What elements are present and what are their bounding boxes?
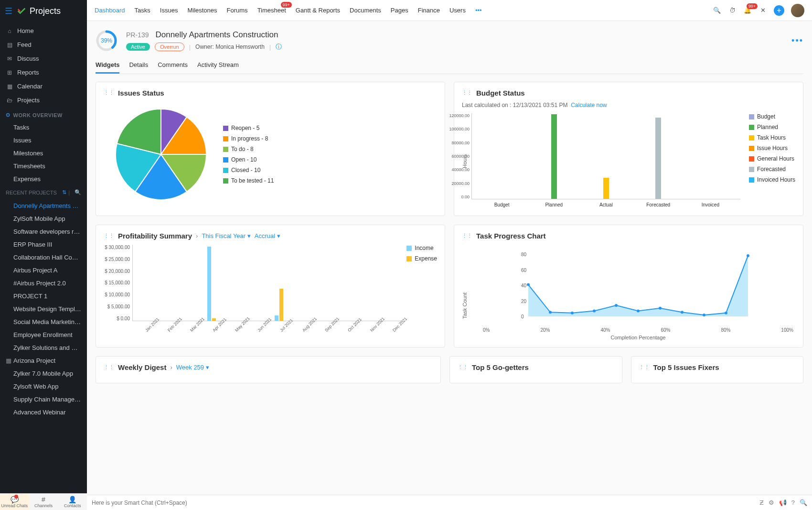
topnav-item[interactable]: Tasks bbox=[135, 5, 150, 16]
topnav-item[interactable]: Pages bbox=[391, 5, 408, 16]
nav-item[interactable]: ✉Discuss bbox=[0, 52, 87, 65]
search-icon[interactable]: 🔍 bbox=[713, 6, 721, 15]
nav-subitem[interactable]: Tasks bbox=[0, 121, 87, 134]
more-menu-icon[interactable]: ••• bbox=[475, 7, 482, 14]
svg-point-7 bbox=[637, 309, 640, 312]
chat-search-icon[interactable]: 🔍 bbox=[800, 499, 807, 506]
drag-handle-icon[interactable]: ⋮⋮ bbox=[104, 233, 114, 239]
nav-subitem[interactable]: Issues bbox=[0, 134, 87, 147]
subtab[interactable]: Details bbox=[129, 57, 148, 74]
subtab[interactable]: Widgets bbox=[96, 57, 119, 74]
nav-item[interactable]: ⊞Reports bbox=[0, 65, 87, 79]
bar-column: Jul 2021 bbox=[268, 289, 290, 321]
nav-item[interactable]: ▦Calendar bbox=[0, 79, 87, 93]
app-name: Projects bbox=[30, 6, 61, 16]
recent-project-item[interactable]: Zylker Solutions and Co... bbox=[0, 341, 87, 354]
svg-point-2 bbox=[527, 283, 530, 286]
legend-item: Income bbox=[406, 245, 437, 251]
weekly-digest-widget: ⋮⋮ Weekly Digest › Week 259 ▾ bbox=[96, 356, 441, 383]
project-more-icon[interactable]: ••• bbox=[791, 36, 803, 46]
recent-project-item[interactable]: ERP Phase III bbox=[0, 238, 87, 251]
svg-text:0: 0 bbox=[521, 314, 524, 319]
calculate-now-link[interactable]: Calculate now bbox=[571, 102, 607, 109]
fiscal-year-dropdown[interactable]: This Fiscal Year ▾ bbox=[202, 232, 250, 239]
nav-subitem[interactable]: Timesheets bbox=[0, 160, 87, 173]
topnav-item[interactable]: Timesheet99+ bbox=[257, 5, 286, 16]
nav-item[interactable]: ⌂Home bbox=[0, 24, 87, 38]
user-avatar[interactable] bbox=[791, 4, 804, 17]
recent-project-item[interactable]: Website Design Templa... bbox=[0, 303, 87, 315]
legend-item: Task Hours bbox=[749, 134, 795, 141]
bar-column: Actual bbox=[586, 178, 626, 199]
chat-settings-icon[interactable]: ⚙ bbox=[769, 499, 774, 506]
nav-subitem[interactable]: Milestones bbox=[0, 147, 87, 160]
search-icon[interactable]: 🔍 bbox=[75, 189, 81, 195]
info-icon[interactable]: ⓘ bbox=[276, 43, 282, 51]
drag-handle-icon[interactable]: ⋮⋮ bbox=[462, 90, 472, 96]
nav-item[interactable]: 🗁Projects bbox=[0, 93, 87, 107]
topnav-item[interactable]: Gantt & Reports bbox=[296, 5, 340, 16]
drag-handle-icon[interactable]: ⋮⋮ bbox=[462, 233, 472, 239]
nav-subitem[interactable]: Expenses bbox=[0, 173, 87, 185]
nav-item[interactable]: ▤Feed bbox=[0, 38, 87, 52]
hamburger-icon[interactable]: ☰ bbox=[5, 6, 12, 16]
task-progress-widget: ⋮⋮ Task Progress Chart Task Count 806040… bbox=[454, 225, 803, 347]
status-active-pill[interactable]: Active bbox=[126, 43, 150, 51]
svg-point-8 bbox=[659, 307, 662, 310]
week-dropdown[interactable]: Week 259 ▾ bbox=[176, 364, 209, 371]
recent-project-item[interactable]: ▦Arizona Project bbox=[0, 354, 87, 367]
bottom-tab[interactable]: 💬Unread Chats bbox=[0, 494, 29, 510]
add-button[interactable]: + bbox=[774, 5, 784, 16]
topnav-item[interactable]: Documents bbox=[350, 5, 381, 16]
nav-icon: ▦ bbox=[6, 83, 13, 90]
chat-help-icon[interactable]: ? bbox=[791, 499, 795, 506]
sidebar: ☰ Projects ⌂Home▤Feed✉Discuss⊞Reports▦Ca… bbox=[0, 0, 87, 510]
topnav-item[interactable]: Finance bbox=[418, 5, 440, 16]
topnav-item[interactable]: Milestones bbox=[187, 5, 217, 16]
legend-item: Closed - 10 bbox=[223, 167, 274, 174]
recent-project-item[interactable]: Social Media Marketing... bbox=[0, 315, 87, 328]
recent-project-item[interactable]: Airbus Project A bbox=[0, 264, 87, 277]
recent-project-item[interactable]: Donnelly Apartments C... bbox=[0, 199, 87, 212]
recent-project-item[interactable]: Employee Enrollment bbox=[0, 328, 87, 341]
accrual-dropdown[interactable]: Accrual ▾ bbox=[255, 232, 280, 239]
bottom-tab[interactable]: #Channels bbox=[29, 494, 58, 510]
subtab[interactable]: Comments bbox=[158, 57, 188, 74]
recent-project-item[interactable]: Advanced Webinar bbox=[0, 406, 87, 419]
timer-icon[interactable]: ⏱ bbox=[728, 6, 737, 15]
filter-icon[interactable]: ⇅ bbox=[62, 189, 66, 195]
recent-project-item[interactable]: #Airbus Project 2.0 bbox=[0, 277, 87, 290]
tools-icon[interactable]: ✕ bbox=[759, 6, 767, 15]
topnav-item[interactable]: Dashboard bbox=[95, 5, 125, 16]
recent-project-item[interactable]: Zylsoft Web App bbox=[0, 380, 87, 393]
chat-input[interactable] bbox=[92, 499, 755, 506]
legend-item: General Hours bbox=[749, 155, 795, 162]
svg-text:60: 60 bbox=[521, 268, 527, 273]
status-overrun-pill[interactable]: Overrun bbox=[155, 43, 184, 51]
chat-zia-icon[interactable]: Ƶ bbox=[759, 499, 764, 506]
app-logo[interactable]: Projects bbox=[16, 6, 61, 16]
recent-project-item[interactable]: ZylSoft Mobile App bbox=[0, 212, 87, 225]
drag-handle-icon[interactable]: ⋮⋮ bbox=[104, 90, 114, 96]
drag-handle-icon[interactable]: ⋮⋮ bbox=[458, 364, 468, 370]
recent-project-item[interactable]: Software developers re... bbox=[0, 225, 87, 238]
bottom-tab[interactable]: 👤Contacts bbox=[58, 494, 87, 510]
nav-icon: 🗁 bbox=[6, 97, 13, 104]
topnav-item[interactable]: Forums bbox=[227, 5, 248, 16]
drag-handle-icon[interactable]: ⋮⋮ bbox=[639, 364, 650, 370]
legend-item: To do - 8 bbox=[223, 146, 274, 152]
subtab[interactable]: Activity Stream bbox=[197, 57, 239, 74]
drag-handle-icon[interactable]: ⋮⋮ bbox=[104, 364, 114, 370]
owner-name: Monica Hemsworth bbox=[215, 43, 265, 50]
widget-title: Task Progress Chart bbox=[476, 232, 546, 240]
topnav-item[interactable]: Issues bbox=[160, 5, 178, 16]
chat-announce-icon[interactable]: 📢 bbox=[779, 499, 787, 506]
legend-item: Expense bbox=[406, 255, 437, 262]
recent-project-item[interactable]: Supply Chain Managem... bbox=[0, 393, 87, 406]
recent-project-item[interactable]: PROJECT 1 bbox=[0, 290, 87, 303]
notifications-icon[interactable]: 🔔99+ bbox=[743, 6, 752, 15]
svg-point-5 bbox=[593, 309, 596, 312]
topnav-item[interactable]: Users bbox=[449, 5, 466, 16]
recent-project-item[interactable]: Collaboration Hall Cons... bbox=[0, 251, 87, 264]
recent-project-item[interactable]: Zylker 7.0 Mobile App bbox=[0, 367, 87, 380]
